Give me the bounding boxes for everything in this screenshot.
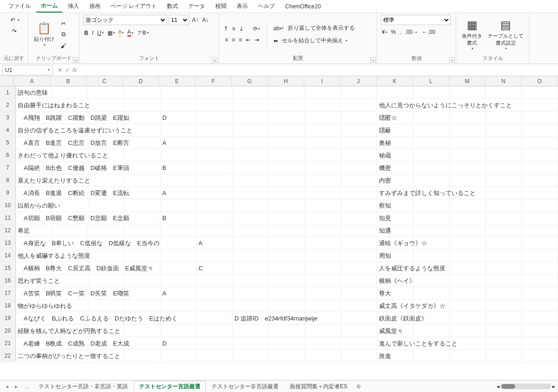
column-header-G[interactable]: G — [232, 76, 268, 86]
cell[interactable] — [160, 99, 197, 111]
row-header[interactable]: 18 — [0, 300, 16, 312]
cell[interactable] — [269, 287, 305, 299]
undo-button[interactable]: ↶▾ — [8, 15, 20, 25]
cell[interactable] — [413, 287, 450, 299]
cell[interactable] — [450, 199, 486, 211]
cell[interactable] — [450, 111, 486, 124]
cell[interactable] — [486, 287, 522, 299]
cell[interactable] — [522, 199, 558, 211]
cell[interactable] — [269, 174, 305, 186]
cell[interactable] — [124, 287, 160, 299]
column-header-A[interactable]: A — [14, 76, 50, 86]
cell[interactable] — [522, 249, 558, 261]
menu-draw[interactable]: 描画 — [85, 0, 105, 12]
cell[interactable] — [486, 325, 522, 337]
cell[interactable] — [486, 249, 522, 261]
cell[interactable] — [341, 262, 377, 274]
cell[interactable]: D 追跡ID e234rfdf34rnanjwije — [232, 312, 269, 324]
align-top-button[interactable]: ⤒ — [223, 25, 229, 33]
select-all-corner[interactable] — [0, 76, 14, 86]
cell[interactable] — [232, 99, 269, 111]
cell[interactable] — [88, 199, 125, 211]
cell[interactable] — [522, 287, 558, 299]
cell[interactable] — [124, 111, 160, 124]
cell[interactable] — [232, 262, 269, 274]
font-color-button[interactable]: A▾ — [126, 28, 134, 38]
row-header[interactable]: 4 — [0, 124, 16, 136]
cell[interactable] — [88, 274, 125, 287]
menu-help[interactable]: ヘルプ — [253, 0, 279, 12]
cell[interactable] — [197, 174, 233, 186]
column-header-C[interactable]: C — [86, 76, 123, 86]
italic-button[interactable]: I — [91, 29, 94, 37]
cell[interactable] — [485, 86, 522, 98]
cell[interactable] — [232, 86, 269, 98]
cell[interactable]: A隔絶 B出色 C優越 D破格 E筆頭 — [16, 162, 52, 174]
cell[interactable] — [341, 99, 377, 111]
row-header[interactable]: 22 — [0, 350, 16, 362]
cell[interactable] — [305, 212, 341, 224]
row-header[interactable]: 8 — [0, 174, 16, 186]
format-painter-button[interactable]: 🖌 — [58, 40, 68, 51]
cell[interactable] — [160, 350, 197, 362]
bold-button[interactable]: B — [83, 29, 89, 37]
cell[interactable] — [522, 174, 558, 186]
cell[interactable] — [485, 224, 522, 236]
cell[interactable] — [450, 274, 486, 287]
row-header[interactable]: 3 — [0, 111, 16, 124]
cell[interactable] — [413, 111, 450, 124]
cell[interactable] — [341, 337, 377, 349]
cell[interactable] — [486, 312, 522, 324]
cell[interactable] — [450, 262, 486, 274]
wrap-text-button[interactable]: ab↵折り返して全体を表示する — [272, 23, 356, 33]
cell[interactable] — [305, 287, 341, 299]
column-header-E[interactable]: E — [159, 76, 195, 86]
cell[interactable] — [269, 337, 305, 349]
cell[interactable] — [232, 325, 269, 337]
cell[interactable] — [522, 337, 558, 349]
cell[interactable]: 隠匿☆ — [377, 111, 413, 124]
row-header[interactable]: 6 — [0, 149, 16, 161]
column-header-J[interactable]: J — [340, 76, 377, 86]
cell[interactable] — [486, 237, 522, 249]
menu-home[interactable]: ホーム — [36, 0, 62, 13]
cell[interactable] — [197, 149, 233, 161]
cell[interactable]: B — [160, 162, 197, 174]
column-header-H[interactable]: H — [268, 76, 304, 86]
cell[interactable]: 物がゆらゆらゆれる — [16, 300, 52, 312]
cell[interactable] — [450, 287, 486, 299]
cell[interactable] — [486, 300, 522, 312]
cell[interactable] — [450, 237, 486, 249]
cell[interactable] — [160, 274, 197, 287]
cell[interactable]: D — [160, 111, 197, 124]
cell[interactable] — [305, 149, 341, 161]
cell[interactable]: 自由勝手にはねまわること — [16, 99, 52, 111]
decrease-font-button[interactable]: A↓ — [201, 16, 210, 24]
cell[interactable] — [450, 162, 486, 174]
decrease-indent-button[interactable]: ⇤ — [245, 36, 252, 44]
cell[interactable] — [197, 249, 233, 261]
row-header[interactable]: 12 — [0, 224, 16, 236]
cell[interactable] — [413, 162, 450, 174]
cell[interactable]: 隠蔽 — [377, 124, 413, 136]
cell[interactable] — [124, 249, 160, 261]
cell[interactable]: A消長 B進退 C断続 D変遷 E流転 — [16, 187, 52, 199]
menu-page-layout[interactable]: ページ レイアウト — [106, 0, 161, 12]
cell[interactable] — [486, 337, 522, 349]
cell[interactable]: A身近な B卑しい C低俗な D低級な E当今の — [16, 237, 52, 249]
column-header-D[interactable]: D — [123, 76, 159, 86]
cell[interactable] — [197, 337, 233, 349]
cell[interactable]: 知遇 — [377, 224, 413, 236]
cell[interactable] — [197, 111, 233, 124]
cell[interactable]: 人を威圧するような態度 — [377, 262, 413, 274]
cell[interactable] — [305, 237, 341, 249]
cell[interactable] — [305, 137, 341, 149]
cell[interactable] — [341, 249, 378, 261]
cell[interactable] — [522, 312, 558, 324]
cell[interactable] — [197, 86, 233, 98]
formula-input[interactable] — [80, 65, 555, 75]
cell[interactable] — [305, 124, 341, 136]
increase-font-button[interactable]: A↑ — [191, 16, 199, 24]
menu-insert[interactable]: 挿入 — [63, 0, 84, 12]
cell[interactable] — [124, 300, 160, 312]
